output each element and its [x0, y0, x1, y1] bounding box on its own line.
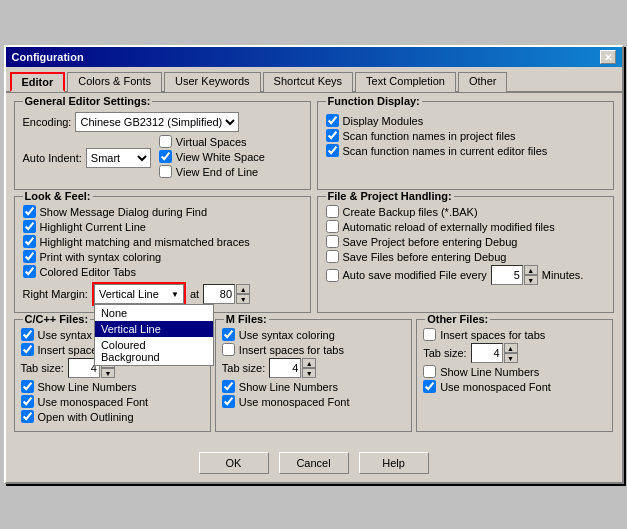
m-tab-size-row: Tab size: ▲ ▼: [222, 358, 405, 378]
display-modules-row: Display Modules: [326, 114, 605, 127]
m-files-options: Use syntax coloring Insert spaces for ta…: [222, 328, 405, 408]
spinner-down-arrow[interactable]: ▼: [236, 294, 250, 304]
help-button[interactable]: Help: [359, 452, 429, 474]
other-tab-down[interactable]: ▼: [504, 353, 518, 363]
m-insert-spaces-label: Insert spaces for tabs: [239, 344, 344, 356]
function-display-label: Function Display:: [326, 95, 422, 107]
other-insert-spaces-checkbox[interactable]: [423, 328, 436, 341]
highlight-current-checkbox[interactable]: [23, 220, 36, 233]
tab-shortcut-keys[interactable]: Shortcut Keys: [263, 72, 353, 92]
dropdown-item-vertical-line[interactable]: Vertical Line: [95, 321, 213, 337]
m-monospaced-checkbox[interactable]: [222, 395, 235, 408]
cpp-outlining-checkbox[interactable]: [21, 410, 34, 423]
cancel-button[interactable]: Cancel: [279, 452, 349, 474]
m-tab-size-input[interactable]: [269, 358, 301, 378]
highlight-braces-label: Highlight matching and mismatched braces: [40, 236, 250, 248]
spinner-up-arrow[interactable]: ▲: [236, 284, 250, 294]
other-tab-up[interactable]: ▲: [504, 343, 518, 353]
syntax-coloring-checkbox[interactable]: [23, 250, 36, 263]
auto-reload-label: Automatic reload of externally modified …: [343, 221, 555, 233]
m-use-syntax-checkbox[interactable]: [222, 328, 235, 341]
cpp-use-syntax-checkbox[interactable]: [21, 328, 34, 341]
cpp-tab-down[interactable]: ▼: [101, 368, 115, 378]
other-tab-size-row: Tab size: ▲ ▼: [423, 343, 606, 363]
cpp-insert-spaces-checkbox[interactable]: [21, 343, 34, 356]
general-settings-label: General Editor Settings:: [23, 95, 153, 107]
auto-save-up-arrow[interactable]: ▲: [524, 265, 538, 275]
save-debug-checkbox[interactable]: [326, 235, 339, 248]
right-margin-input[interactable]: [203, 284, 235, 304]
show-message-checkbox[interactable]: [23, 205, 36, 218]
tab-other[interactable]: Other: [458, 72, 508, 92]
dialog-title: Configuration: [12, 51, 84, 63]
save-files-debug-label: Save Files before entering Debug: [343, 251, 507, 263]
m-line-numbers-checkbox[interactable]: [222, 380, 235, 393]
m-monospaced-label: Use monospaced Font: [239, 396, 350, 408]
other-monospaced-row: Use monospaced Font: [423, 380, 606, 393]
look-feel-label: Look & Feel:: [23, 190, 93, 202]
encoding-row: Encoding: Chinese GB2312 (Simplified): [23, 112, 302, 132]
save-files-debug-checkbox[interactable]: [326, 250, 339, 263]
m-tab-up[interactable]: ▲: [302, 358, 316, 368]
tab-text-completion[interactable]: Text Completion: [355, 72, 456, 92]
m-tab-size-label: Tab size:: [222, 362, 265, 374]
bottom-buttons: OK Cancel Help: [6, 446, 622, 482]
syntax-coloring-label: Print with syntax coloring: [40, 251, 162, 263]
m-use-syntax-label: Use syntax coloring: [239, 329, 335, 341]
display-modules-checkbox[interactable]: [326, 114, 339, 127]
m-files-section: M Files: Use syntax coloring Insert spac…: [215, 319, 412, 432]
other-files-options: Insert spaces for tabs Tab size: ▲ ▼ Sho…: [423, 328, 606, 393]
create-backup-checkbox[interactable]: [326, 205, 339, 218]
scan-project-checkbox[interactable]: [326, 129, 339, 142]
other-insert-spaces-row: Insert spaces for tabs: [423, 328, 606, 341]
other-line-numbers-checkbox[interactable]: [423, 365, 436, 378]
cpp-line-numbers-checkbox[interactable]: [21, 380, 34, 393]
save-debug-row: Save Project before entering Debug: [326, 235, 605, 248]
auto-save-row: Auto save modified File every ▲ ▼ Minute…: [326, 265, 605, 285]
auto-reload-checkbox[interactable]: [326, 220, 339, 233]
display-modules-label: Display Modules: [343, 115, 424, 127]
file-project-label: File & Project Handling:: [326, 190, 454, 202]
view-end-of-line-label: View End of Line: [176, 166, 258, 178]
scan-project-row: Scan function names in project files: [326, 129, 605, 142]
view-white-space-checkbox[interactable]: [159, 150, 172, 163]
middle-sections: Look & Feel: Show Message Dialog during …: [14, 196, 614, 319]
create-backup-label: Create Backup files (*.BAK): [343, 206, 478, 218]
cpp-monospaced-checkbox[interactable]: [21, 395, 34, 408]
right-margin-dropdown[interactable]: Vertical Line ▼: [94, 284, 184, 304]
dropdown-item-none[interactable]: None: [95, 305, 213, 321]
view-white-space-label: View White Space: [176, 151, 265, 163]
close-button[interactable]: ✕: [600, 50, 616, 64]
tab-editor[interactable]: Editor: [10, 72, 66, 92]
m-insert-spaces-checkbox[interactable]: [222, 343, 235, 356]
auto-save-down-arrow[interactable]: ▼: [524, 275, 538, 285]
highlight-braces-row: Highlight matching and mismatched braces: [23, 235, 302, 248]
tab-user-keywords[interactable]: User Keywords: [164, 72, 261, 92]
m-monospaced-row: Use monospaced Font: [222, 395, 405, 408]
scan-project-label: Scan function names in project files: [343, 130, 516, 142]
tab-colors[interactable]: Colors & Fonts: [67, 72, 162, 92]
dropdown-item-coloured-bg[interactable]: Coloured Background: [95, 337, 213, 365]
other-tab-size-input[interactable]: [471, 343, 503, 363]
look-feel-section: Look & Feel: Show Message Dialog during …: [14, 196, 311, 313]
colored-tabs-checkbox[interactable]: [23, 265, 36, 278]
other-monospaced-checkbox[interactable]: [423, 380, 436, 393]
virtual-spaces-checkbox[interactable]: [159, 135, 172, 148]
cpp-line-numbers-row: Show Line Numbers: [21, 380, 204, 393]
create-backup-row: Create Backup files (*.BAK): [326, 205, 605, 218]
scan-current-checkbox[interactable]: [326, 144, 339, 157]
view-end-of-line-checkbox[interactable]: [159, 165, 172, 178]
auto-indent-select[interactable]: Smart: [86, 148, 151, 168]
cpp-files-label: C/C++ Files:: [23, 313, 91, 325]
scan-current-label: Scan function names in current editor fi…: [343, 145, 548, 157]
encoding-select[interactable]: Chinese GB2312 (Simplified): [75, 112, 239, 132]
ok-button[interactable]: OK: [199, 452, 269, 474]
cpp-monospaced-label: Use monospaced Font: [38, 396, 149, 408]
view-end-of-line-row: View End of Line: [159, 165, 265, 178]
highlight-braces-checkbox[interactable]: [23, 235, 36, 248]
m-tab-down[interactable]: ▼: [302, 368, 316, 378]
auto-save-checkbox[interactable]: [326, 269, 339, 282]
encoding-label: Encoding:: [23, 116, 72, 128]
auto-save-input[interactable]: [491, 265, 523, 285]
colored-tabs-label: Colored Editor Tabs: [40, 266, 136, 278]
